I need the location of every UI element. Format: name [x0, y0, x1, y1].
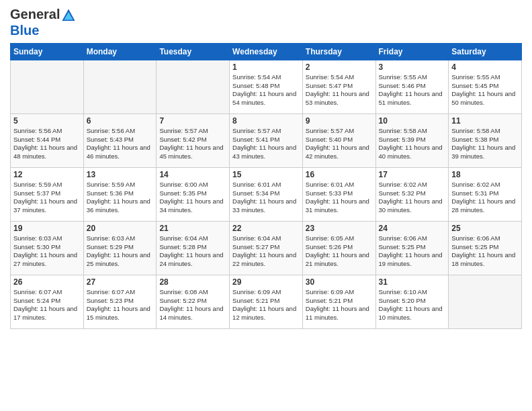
calendar-day-cell: [83, 60, 157, 113]
page-header: General Blue: [10, 7, 522, 38]
day-number: 5: [13, 116, 81, 126]
day-number: 15: [232, 170, 300, 179]
calendar-day-cell: [449, 275, 522, 328]
day-number: 1: [232, 62, 300, 72]
calendar-day-cell: 4Sunrise: 5:55 AMSunset: 5:45 PMDaylight…: [449, 60, 522, 113]
calendar-day-cell: 21Sunrise: 6:04 AMSunset: 5:28 PMDayligh…: [157, 221, 230, 275]
day-info: Sunrise: 6:07 AMSunset: 5:24 PMDaylight:…: [13, 288, 81, 322]
day-info: Sunrise: 5:59 AMSunset: 5:37 PMDaylight:…: [13, 181, 81, 215]
calendar-day-cell: 26Sunrise: 6:07 AMSunset: 5:24 PMDayligh…: [11, 275, 84, 328]
calendar-col-header: Sunday: [11, 43, 84, 60]
calendar-day-cell: 8Sunrise: 5:57 AMSunset: 5:41 PMDaylight…: [230, 113, 303, 167]
day-number: 2: [306, 62, 373, 72]
day-info: Sunrise: 5:54 AMSunset: 5:47 PMDaylight:…: [306, 73, 373, 107]
calendar-table: SundayMondayTuesdayWednesdayThursdayFrid…: [10, 43, 522, 329]
day-number: 7: [159, 116, 226, 126]
day-info: Sunrise: 5:55 AMSunset: 5:46 PMDaylight:…: [379, 73, 446, 107]
calendar-day-cell: 5Sunrise: 5:56 AMSunset: 5:44 PMDaylight…: [11, 113, 84, 167]
calendar-day-cell: 15Sunrise: 6:01 AMSunset: 5:34 PMDayligh…: [230, 167, 303, 221]
day-number: 27: [87, 277, 154, 287]
calendar-day-cell: 30Sunrise: 6:09 AMSunset: 5:21 PMDayligh…: [302, 275, 375, 328]
calendar-day-cell: [157, 60, 230, 113]
calendar-col-header: Monday: [83, 43, 157, 60]
calendar-col-header: Tuesday: [157, 43, 230, 60]
day-number: 4: [451, 62, 519, 72]
calendar-col-header: Saturday: [449, 43, 522, 60]
day-number: 6: [87, 116, 154, 126]
day-info: Sunrise: 6:08 AMSunset: 5:22 PMDaylight:…: [159, 288, 226, 322]
day-info: Sunrise: 6:03 AMSunset: 5:30 PMDaylight:…: [13, 234, 81, 269]
day-info: Sunrise: 6:10 AMSunset: 5:20 PMDaylight:…: [379, 288, 446, 322]
calendar-day-cell: 28Sunrise: 6:08 AMSunset: 5:22 PMDayligh…: [157, 275, 230, 328]
calendar-day-cell: [11, 60, 84, 113]
day-number: 8: [232, 116, 300, 126]
day-number: 30: [306, 277, 373, 287]
day-number: 29: [232, 277, 300, 287]
calendar-day-cell: 10Sunrise: 5:58 AMSunset: 5:39 PMDayligh…: [375, 113, 449, 167]
day-number: 11: [451, 116, 519, 126]
calendar-day-cell: 27Sunrise: 6:07 AMSunset: 5:23 PMDayligh…: [83, 275, 157, 328]
calendar-day-cell: 29Sunrise: 6:09 AMSunset: 5:21 PMDayligh…: [230, 275, 303, 328]
day-info: Sunrise: 5:57 AMSunset: 5:41 PMDaylight:…: [232, 127, 300, 161]
day-info: Sunrise: 6:07 AMSunset: 5:23 PMDaylight:…: [87, 288, 154, 322]
day-info: Sunrise: 5:54 AMSunset: 5:48 PMDaylight:…: [232, 73, 300, 107]
day-number: 21: [159, 224, 226, 233]
calendar-day-cell: 18Sunrise: 6:02 AMSunset: 5:31 PMDayligh…: [449, 167, 522, 221]
calendar-day-cell: 3Sunrise: 5:55 AMSunset: 5:46 PMDaylight…: [375, 60, 449, 113]
day-number: 13: [87, 170, 154, 179]
day-info: Sunrise: 5:56 AMSunset: 5:43 PMDaylight:…: [87, 127, 154, 161]
calendar-day-cell: 7Sunrise: 5:57 AMSunset: 5:42 PMDaylight…: [157, 113, 230, 167]
day-number: 23: [306, 224, 373, 233]
day-info: Sunrise: 5:56 AMSunset: 5:44 PMDaylight:…: [13, 127, 81, 161]
day-number: 17: [379, 170, 446, 179]
day-info: Sunrise: 6:01 AMSunset: 5:33 PMDaylight:…: [306, 181, 373, 215]
calendar-week-row: 26Sunrise: 6:07 AMSunset: 5:24 PMDayligh…: [11, 275, 522, 328]
calendar-week-row: 5Sunrise: 5:56 AMSunset: 5:44 PMDaylight…: [11, 113, 522, 167]
calendar-day-cell: 19Sunrise: 6:03 AMSunset: 5:30 PMDayligh…: [11, 221, 84, 275]
calendar-col-header: Friday: [375, 43, 449, 60]
day-info: Sunrise: 5:57 AMSunset: 5:42 PMDaylight:…: [159, 127, 226, 161]
day-number: 16: [306, 170, 373, 179]
calendar-day-cell: 2Sunrise: 5:54 AMSunset: 5:47 PMDaylight…: [302, 60, 375, 113]
day-info: Sunrise: 5:58 AMSunset: 5:38 PMDaylight:…: [451, 127, 519, 161]
day-number: 12: [13, 170, 81, 179]
day-info: Sunrise: 6:09 AMSunset: 5:21 PMDaylight:…: [232, 288, 300, 322]
day-info: Sunrise: 6:03 AMSunset: 5:29 PMDaylight:…: [87, 234, 154, 269]
day-info: Sunrise: 5:57 AMSunset: 5:40 PMDaylight:…: [306, 127, 373, 161]
day-info: Sunrise: 6:04 AMSunset: 5:27 PMDaylight:…: [232, 234, 300, 269]
calendar-page: General Blue SundayMondayTuesdayWednesda…: [0, 0, 532, 411]
logo: General Blue: [10, 7, 76, 38]
calendar-day-cell: 6Sunrise: 5:56 AMSunset: 5:43 PMDaylight…: [83, 113, 157, 167]
calendar-col-header: Wednesday: [230, 43, 303, 60]
day-number: 9: [306, 116, 373, 126]
day-info: Sunrise: 5:55 AMSunset: 5:45 PMDaylight:…: [451, 73, 519, 107]
calendar-day-cell: 20Sunrise: 6:03 AMSunset: 5:29 PMDayligh…: [83, 221, 157, 275]
day-info: Sunrise: 5:59 AMSunset: 5:36 PMDaylight:…: [87, 181, 154, 215]
day-number: 3: [379, 62, 446, 72]
calendar-week-row: 12Sunrise: 5:59 AMSunset: 5:37 PMDayligh…: [11, 167, 522, 221]
day-number: 19: [13, 224, 81, 233]
day-number: 10: [379, 116, 446, 126]
calendar-day-cell: 23Sunrise: 6:05 AMSunset: 5:26 PMDayligh…: [302, 221, 375, 275]
calendar-day-cell: 31Sunrise: 6:10 AMSunset: 5:20 PMDayligh…: [375, 275, 449, 328]
logo-icon: [61, 8, 76, 23]
day-number: 28: [159, 277, 226, 287]
day-info: Sunrise: 6:06 AMSunset: 5:25 PMDaylight:…: [451, 234, 519, 269]
calendar-day-cell: 25Sunrise: 6:06 AMSunset: 5:25 PMDayligh…: [449, 221, 522, 275]
calendar-day-cell: 17Sunrise: 6:02 AMSunset: 5:32 PMDayligh…: [375, 167, 449, 221]
day-info: Sunrise: 5:58 AMSunset: 5:39 PMDaylight:…: [379, 127, 446, 161]
logo-general: General: [10, 7, 60, 21]
calendar-day-cell: 24Sunrise: 6:06 AMSunset: 5:25 PMDayligh…: [375, 221, 449, 275]
day-number: 25: [451, 224, 519, 233]
calendar-day-cell: 14Sunrise: 6:00 AMSunset: 5:35 PMDayligh…: [157, 167, 230, 221]
calendar-day-cell: 16Sunrise: 6:01 AMSunset: 5:33 PMDayligh…: [302, 167, 375, 221]
calendar-day-cell: 22Sunrise: 6:04 AMSunset: 5:27 PMDayligh…: [230, 221, 303, 275]
calendar-day-cell: 13Sunrise: 5:59 AMSunset: 5:36 PMDayligh…: [83, 167, 157, 221]
calendar-header-row: SundayMondayTuesdayWednesdayThursdayFrid…: [11, 43, 522, 60]
day-info: Sunrise: 6:00 AMSunset: 5:35 PMDaylight:…: [159, 181, 226, 215]
calendar-week-row: 19Sunrise: 6:03 AMSunset: 5:30 PMDayligh…: [11, 221, 522, 275]
day-number: 14: [159, 170, 226, 179]
day-info: Sunrise: 6:04 AMSunset: 5:28 PMDaylight:…: [159, 234, 226, 269]
day-number: 20: [87, 224, 154, 233]
day-info: Sunrise: 6:06 AMSunset: 5:25 PMDaylight:…: [379, 234, 446, 269]
